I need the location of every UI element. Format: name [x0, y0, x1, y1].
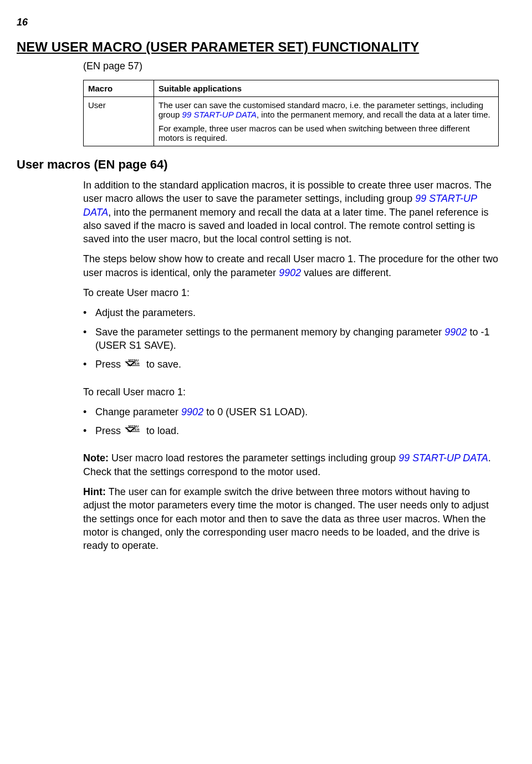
macro-table: Macro Suitable applications User The use…: [83, 80, 499, 146]
table-header-row: Macro Suitable applications: [84, 80, 499, 97]
list-item: Save the parameter settings to the perma…: [83, 325, 499, 353]
text-fragment: For example, three user macros can be us…: [158, 124, 494, 142]
text-fragment: Press: [95, 425, 124, 436]
text-fragment: values are different.: [301, 267, 391, 278]
text-fragment: , into the permanent memory, and recall …: [257, 110, 490, 119]
list-item: Press MENUENTER to save.: [83, 358, 499, 371]
note-paragraph: Note: User macro load restores the param…: [83, 451, 499, 478]
text-fragment: Save the parameter settings to the perma…: [95, 327, 444, 338]
parameter-link[interactable]: 9902: [279, 267, 301, 278]
text-fragment: to load.: [144, 425, 179, 436]
paragraph: To create User macro 1:: [83, 286, 499, 299]
document-page: 16 NEW USER MACRO (USER PARAMETER SET) F…: [0, 0, 532, 592]
table-header-applications: Suitable applications: [154, 80, 499, 97]
text-fragment: Press: [95, 359, 124, 370]
parameter-link[interactable]: 9902: [444, 327, 467, 338]
parameter-group-link[interactable]: 99 START-UP DATA: [398, 452, 488, 464]
parameter-link[interactable]: 9902: [181, 406, 203, 417]
parameter-group-link[interactable]: 99 START-UP DATA: [182, 110, 257, 119]
text-fragment: The user can for example switch the driv…: [83, 486, 489, 551]
menu-enter-key-icon: MENUENTER: [125, 425, 142, 438]
hint-paragraph: Hint: The user can for example switch th…: [83, 485, 499, 552]
note-label: Note:: [83, 452, 109, 464]
table-cell-macro-name: User: [84, 97, 154, 146]
paragraph: The steps below show how to create and r…: [83, 252, 499, 279]
menu-enter-key-icon: MENUENTER: [125, 359, 142, 372]
main-heading: NEW USER MACRO (USER PARAMETER SET) FUNC…: [17, 39, 499, 55]
table-cell-description: The user can save the customised standar…: [154, 97, 499, 146]
text-fragment: to 0 (USER S1 LOAD).: [203, 406, 308, 417]
section-heading: User macros (EN page 64): [17, 157, 499, 172]
text-fragment: , into the permanent memory and recall t…: [83, 207, 488, 245]
list-item: Adjust the parameters.: [83, 306, 499, 319]
hint-label: Hint:: [83, 486, 106, 497]
list-item: Press MENUENTER to load.: [83, 424, 499, 438]
text-fragment: to save.: [144, 359, 181, 370]
page-reference: (EN page 57): [83, 60, 499, 72]
page-number: 16: [17, 17, 499, 28]
table-row: User The user can save the customised st…: [84, 97, 499, 146]
table-header-macro: Macro: [84, 80, 154, 97]
paragraph: To recall User macro 1:: [83, 385, 499, 399]
bullet-list: Change parameter 9902 to 0 (USER S1 LOAD…: [83, 405, 499, 439]
text-fragment: Change parameter: [95, 406, 181, 417]
text-fragment: User macro load restores the parameter s…: [109, 452, 398, 464]
list-item: Change parameter 9902 to 0 (USER S1 LOAD…: [83, 405, 499, 419]
paragraph: In addition to the standard application …: [83, 179, 499, 246]
bullet-list: Adjust the parameters. Save the paramete…: [83, 306, 499, 371]
